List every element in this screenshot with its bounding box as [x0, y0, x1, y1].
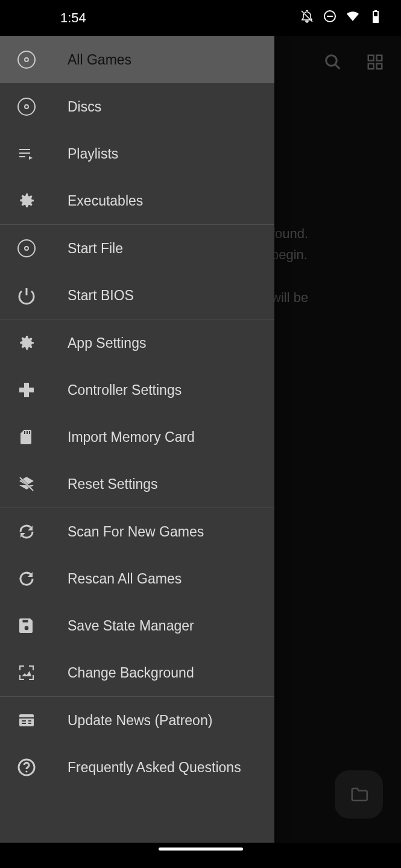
- menu-item-all-games[interactable]: All Games: [0, 36, 274, 83]
- playlist-icon: [17, 144, 36, 163]
- help-icon: [17, 758, 36, 777]
- menu-item-start-bios[interactable]: Start BIOS: [0, 272, 274, 319]
- gesture-handle[interactable]: [159, 848, 243, 851]
- menu-item-frequently-asked-questions[interactable]: Frequently Asked Questions: [0, 744, 274, 791]
- disc-icon: [17, 97, 36, 116]
- menu-item-discs[interactable]: Discs: [0, 83, 274, 130]
- menu-item-label: Start BIOS: [68, 288, 134, 304]
- menu-item-label: Import Memory Card: [68, 429, 195, 445]
- menu-item-start-file[interactable]: Start File: [0, 225, 274, 272]
- menu-item-label: Discs: [68, 99, 101, 115]
- svg-rect-9: [374, 10, 377, 11]
- disc-icon: [17, 50, 36, 69]
- wifi-icon: [346, 9, 360, 27]
- menu-item-controller-settings[interactable]: Controller Settings: [0, 366, 274, 414]
- gear-icon: [17, 333, 36, 353]
- menu-item-label: Start File: [68, 241, 123, 257]
- menu-item-import-memory-card[interactable]: Import Memory Card: [0, 414, 274, 461]
- menu-item-executables[interactable]: Executables: [0, 177, 274, 224]
- navigation-bar: [0, 843, 401, 868]
- disc-icon: [17, 239, 36, 258]
- gear-icon: [17, 191, 36, 210]
- menu-item-rescan-all-games[interactable]: Rescan All Games: [0, 555, 274, 602]
- menu-item-label: Change Background: [68, 665, 194, 681]
- dpad-icon: [17, 380, 36, 400]
- menu-item-label: All Games: [68, 52, 131, 68]
- menu-item-label: Playlists: [68, 146, 118, 162]
- menu-item-label: Update News (Patreon): [68, 712, 212, 729]
- menu-item-label: App Settings: [68, 335, 146, 351]
- status-bar: 1:54: [0, 0, 401, 36]
- menu-item-change-background[interactable]: Change Background: [0, 649, 274, 696]
- menu-item-reset-settings[interactable]: Reset Settings: [0, 461, 274, 508]
- dnd-icon: [323, 9, 337, 27]
- navigation-drawer: All GamesDiscsPlaylistsExecutablesStart …: [0, 36, 274, 843]
- menu-item-scan-for-new-games[interactable]: Scan For New Games: [0, 508, 274, 555]
- menu-item-save-state-manager[interactable]: Save State Manager: [0, 602, 274, 649]
- status-time: 1:54: [60, 10, 86, 26]
- menu-item-label: Reset Settings: [68, 476, 158, 492]
- menu-item-app-settings[interactable]: App Settings: [0, 319, 274, 366]
- notifications-off-icon: [300, 9, 314, 27]
- menu-item-label: Frequently Asked Questions: [68, 760, 241, 776]
- menu-item-playlists[interactable]: Playlists: [0, 130, 274, 177]
- svg-rect-10: [374, 16, 377, 22]
- battery-icon: [368, 9, 383, 27]
- sdcard-icon: [17, 427, 36, 447]
- layers-off-icon: [17, 474, 36, 494]
- news-icon: [17, 711, 36, 730]
- menu-item-label: Scan For New Games: [68, 524, 204, 540]
- wallpaper-icon: [17, 663, 36, 682]
- power-icon: [17, 286, 36, 305]
- menu-item-label: Save State Manager: [68, 618, 194, 634]
- menu-item-update-news-patreon[interactable]: Update News (Patreon): [0, 697, 274, 744]
- sync-icon: [17, 522, 36, 541]
- menu-item-label: Executables: [68, 193, 143, 209]
- save-icon: [17, 616, 36, 635]
- menu-item-label: Controller Settings: [68, 382, 182, 398]
- status-icons: [300, 9, 383, 27]
- menu-item-label: Rescan All Games: [68, 571, 182, 587]
- refresh-icon: [17, 569, 36, 588]
